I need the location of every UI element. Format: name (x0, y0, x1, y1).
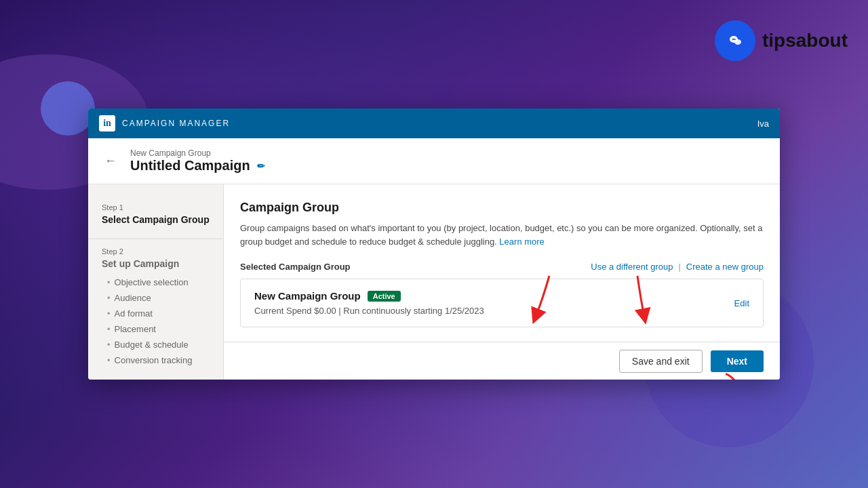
edit-campaign-button[interactable]: Edit (734, 298, 749, 308)
section-title: Campaign Group (240, 201, 764, 215)
use-different-group-button[interactable]: Use a different group (591, 262, 673, 272)
sidebar: Step 1 Select Campaign Group Step 2 Set … (88, 184, 224, 380)
campaign-info: New Campaign Group Untitled Campaign ✏ (130, 148, 265, 174)
svg-point-2 (734, 39, 741, 45)
tipsabout-icon (715, 20, 755, 61)
sub-header: ← New Campaign Group Untitled Campaign ✏ (88, 138, 780, 184)
app-title: CAMPAIGN MANAGER (122, 119, 230, 128)
top-bar: in CAMPAIGN MANAGER Iva (88, 108, 780, 138)
selected-group-header: Selected Campaign Group Use a different … (240, 262, 764, 272)
list-item: Budget & schedule (107, 337, 223, 352)
group-divider: | (678, 262, 680, 272)
list-item: Placement (107, 321, 223, 337)
campaign-card-name-row: New Campaign Group Active (254, 290, 484, 302)
save-exit-button[interactable]: Save and exit (619, 350, 703, 373)
step1-label: Step 1 (102, 203, 210, 211)
current-spend-label: Current Spend (254, 306, 312, 316)
back-button[interactable]: ← (102, 151, 119, 171)
run-info: Run continuously starting 1/25/2023 (343, 306, 484, 316)
app-window: in CAMPAIGN MANAGER Iva ← New Campaign G… (88, 108, 780, 380)
main-content: Step 1 Select Campaign Group Step 2 Set … (88, 184, 780, 380)
step-divider (88, 239, 223, 239)
campaign-group-label: New Campaign Group (130, 148, 265, 158)
step2-title: Set up Campaign (88, 258, 223, 274)
svg-point-4 (734, 39, 735, 40)
edit-campaign-icon[interactable]: ✏ (257, 161, 265, 171)
step1-title: Select Campaign Group (102, 214, 210, 225)
section-desc: Group campaigns based on what's importan… (240, 222, 764, 248)
current-spend-value: $0.00 (314, 306, 336, 316)
footer: Save and exit Next (224, 342, 780, 380)
sidebar-sub-items: Objective selection Audience Ad format P… (88, 274, 223, 368)
content-panel: Campaign Group Group campaigns based on … (224, 184, 780, 380)
svg-point-3 (732, 39, 734, 40)
campaign-name: Untitled Campaign (130, 158, 250, 174)
tipsabout-logo: tipsabout (715, 20, 848, 61)
brand-name: tipsabout (762, 30, 848, 52)
selected-group-label: Selected Campaign Group (240, 262, 351, 272)
step2-label: Step 2 (88, 245, 223, 258)
campaign-title-row: Untitled Campaign ✏ (130, 158, 265, 174)
list-item: Objective selection (107, 274, 223, 290)
sidebar-step1: Step 1 Select Campaign Group (88, 198, 223, 233)
learn-more-link[interactable]: Learn more (499, 237, 544, 247)
group-actions: Use a different group | Create a new gro… (591, 262, 764, 272)
next-button[interactable]: Next (711, 350, 764, 372)
list-item: Ad format (107, 306, 223, 321)
active-badge: Active (368, 291, 401, 302)
bg-blob2 (41, 81, 95, 136)
campaign-card-left: New Campaign Group Active Current Spend … (254, 290, 484, 316)
campaign-card: New Campaign Group Active Current Spend … (240, 279, 764, 327)
campaign-card-details: Current Spend $0.00 | Run continuously s… (254, 306, 484, 316)
create-new-group-button[interactable]: Create a new group (686, 262, 764, 272)
campaign-card-right: Edit (734, 297, 749, 309)
list-item: Conversion tracking (107, 352, 223, 368)
linkedin-logo: in (99, 115, 115, 131)
list-item: Audience (107, 290, 223, 306)
campaign-card-name: New Campaign Group (254, 290, 361, 302)
user-avatar: Iva (757, 119, 769, 129)
